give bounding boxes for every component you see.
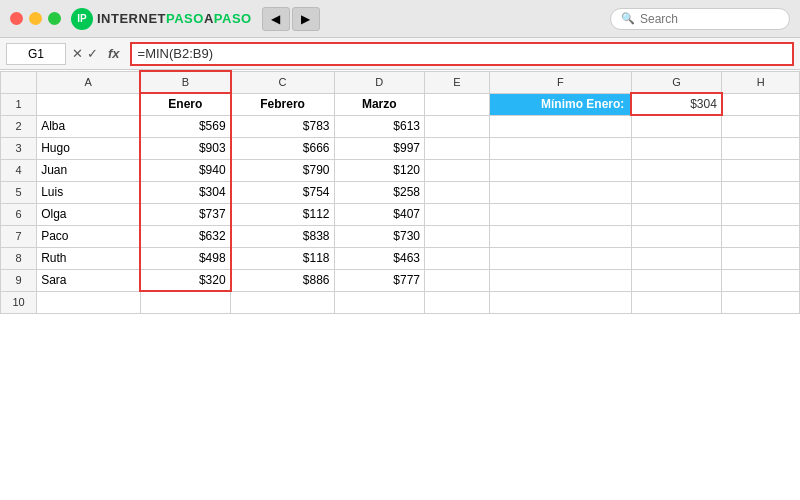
cell-g5[interactable] [631, 181, 722, 203]
cell-d2[interactable]: $613 [334, 115, 425, 137]
cell-c6[interactable]: $112 [231, 203, 334, 225]
cell-g2[interactable] [631, 115, 722, 137]
col-header-h[interactable]: H [722, 71, 800, 93]
cell-h8[interactable] [722, 247, 800, 269]
cell-e5[interactable] [425, 181, 490, 203]
cell-e10[interactable] [425, 291, 490, 313]
col-header-f[interactable]: F [489, 71, 631, 93]
cell-h3[interactable] [722, 137, 800, 159]
cell-f7[interactable] [489, 225, 631, 247]
cell-b7[interactable]: $632 [140, 225, 231, 247]
cell-g1[interactable]: $304 [631, 93, 722, 115]
col-header-a[interactable]: A [37, 71, 140, 93]
cell-a5[interactable]: Luis [37, 181, 140, 203]
cell-b4[interactable]: $940 [140, 159, 231, 181]
back-button[interactable]: ◀ [262, 7, 290, 31]
col-header-g[interactable]: G [631, 71, 722, 93]
col-header-b[interactable]: B [140, 71, 231, 93]
cell-e6[interactable] [425, 203, 490, 225]
cell-a7[interactable]: Paco [37, 225, 140, 247]
cell-c2[interactable]: $783 [231, 115, 334, 137]
cell-a6[interactable]: Olga [37, 203, 140, 225]
cell-h1[interactable] [722, 93, 800, 115]
cell-a10[interactable] [37, 291, 140, 313]
close-button[interactable] [10, 12, 23, 25]
cell-e9[interactable] [425, 269, 490, 291]
cell-c1[interactable]: Febrero [231, 93, 334, 115]
row-header-1: 1 [1, 93, 37, 115]
cell-a9[interactable]: Sara [37, 269, 140, 291]
cell-c5[interactable]: $754 [231, 181, 334, 203]
cell-d1[interactable]: Marzo [334, 93, 425, 115]
cell-a8[interactable]: Ruth [37, 247, 140, 269]
cell-d3[interactable]: $997 [334, 137, 425, 159]
cell-h7[interactable] [722, 225, 800, 247]
cell-g9[interactable] [631, 269, 722, 291]
cell-d6[interactable]: $407 [334, 203, 425, 225]
cell-b6[interactable]: $737 [140, 203, 231, 225]
cell-g3[interactable] [631, 137, 722, 159]
cell-b10[interactable] [140, 291, 231, 313]
cell-e2[interactable] [425, 115, 490, 137]
cell-reference[interactable]: G1 [6, 43, 66, 65]
cell-c7[interactable]: $838 [231, 225, 334, 247]
cell-h2[interactable] [722, 115, 800, 137]
cell-f10[interactable] [489, 291, 631, 313]
cell-g7[interactable] [631, 225, 722, 247]
search-input[interactable] [640, 12, 779, 26]
cell-d9[interactable]: $777 [334, 269, 425, 291]
check-icon[interactable]: ✓ [87, 46, 98, 61]
cell-f2[interactable] [489, 115, 631, 137]
cell-d5[interactable]: $258 [334, 181, 425, 203]
cell-c8[interactable]: $118 [231, 247, 334, 269]
cell-h9[interactable] [722, 269, 800, 291]
cell-f1[interactable]: Mínimo Enero: [489, 93, 631, 115]
cell-b8[interactable]: $498 [140, 247, 231, 269]
cell-c4[interactable]: $790 [231, 159, 334, 181]
cell-d8[interactable]: $463 [334, 247, 425, 269]
cell-h4[interactable] [722, 159, 800, 181]
search-bar[interactable]: 🔍 [610, 8, 790, 30]
minimize-button[interactable] [29, 12, 42, 25]
cell-a4[interactable]: Juan [37, 159, 140, 181]
cell-a3[interactable]: Hugo [37, 137, 140, 159]
maximize-button[interactable] [48, 12, 61, 25]
cell-f8[interactable] [489, 247, 631, 269]
cell-g10[interactable] [631, 291, 722, 313]
cell-e1[interactable] [425, 93, 490, 115]
cell-e3[interactable] [425, 137, 490, 159]
cell-d7[interactable]: $730 [334, 225, 425, 247]
cell-e4[interactable] [425, 159, 490, 181]
cell-b3[interactable]: $903 [140, 137, 231, 159]
cell-f4[interactable] [489, 159, 631, 181]
cell-f5[interactable] [489, 181, 631, 203]
col-header-d[interactable]: D [334, 71, 425, 93]
cell-g4[interactable] [631, 159, 722, 181]
cell-c3[interactable]: $666 [231, 137, 334, 159]
cell-e8[interactable] [425, 247, 490, 269]
cell-f6[interactable] [489, 203, 631, 225]
cell-a2[interactable]: Alba [37, 115, 140, 137]
forward-button[interactable]: ▶ [292, 7, 320, 31]
cell-g8[interactable] [631, 247, 722, 269]
x-icon[interactable]: ✕ [72, 46, 83, 61]
cell-a1[interactable] [37, 93, 140, 115]
cell-b1[interactable]: Enero [140, 93, 231, 115]
cell-c9[interactable]: $886 [231, 269, 334, 291]
col-header-e[interactable]: E [425, 71, 490, 93]
cell-b5[interactable]: $304 [140, 181, 231, 203]
cell-b2[interactable]: $569 [140, 115, 231, 137]
cell-f9[interactable] [489, 269, 631, 291]
cell-d10[interactable] [334, 291, 425, 313]
formula-input-wrapper[interactable]: =MIN(B2:B9) [130, 42, 794, 66]
cell-h10[interactable] [722, 291, 800, 313]
cell-h6[interactable] [722, 203, 800, 225]
cell-h5[interactable] [722, 181, 800, 203]
cell-d4[interactable]: $120 [334, 159, 425, 181]
col-header-c[interactable]: C [231, 71, 334, 93]
cell-e7[interactable] [425, 225, 490, 247]
cell-f3[interactable] [489, 137, 631, 159]
cell-c10[interactable] [231, 291, 334, 313]
cell-g6[interactable] [631, 203, 722, 225]
cell-b9[interactable]: $320 [140, 269, 231, 291]
